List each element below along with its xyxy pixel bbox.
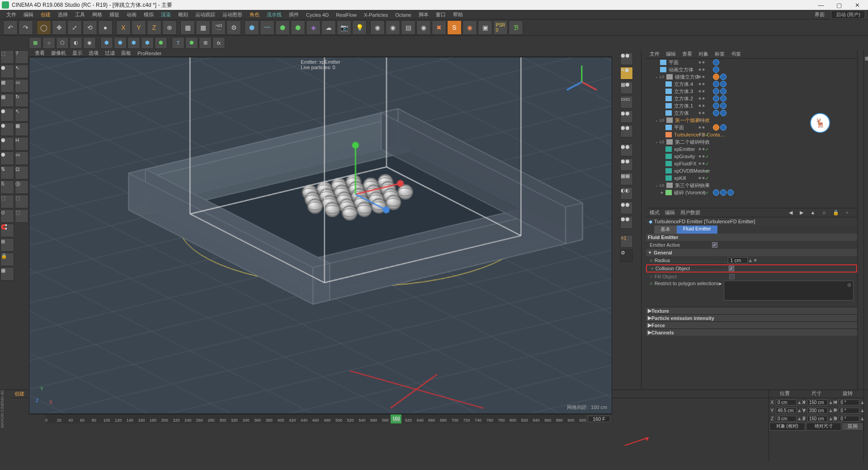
undo-button[interactable]: ↶ <box>3 20 18 35</box>
coord-rot-input[interactable]: 0 ° <box>839 400 859 405</box>
menu-角色[interactable]: 角色 <box>246 11 263 18</box>
menu-捕捉[interactable]: 捕捉 <box>106 11 123 18</box>
vp-menu-过滤[interactable]: 过滤 <box>102 50 118 56</box>
attr-nav-home-icon[interactable]: ⌂ <box>822 210 826 216</box>
coord-apply-button[interactable]: 应用 <box>842 423 863 431</box>
left-tool[interactable]: ▭ <box>15 79 28 93</box>
attr-new-icon[interactable]: ▫ <box>846 210 848 216</box>
left-tool[interactable]: ▦ <box>15 122 28 136</box>
render-view-button[interactable]: ▦ <box>180 20 195 35</box>
hierarchy-toggle-icon[interactable]: - <box>654 183 659 188</box>
menu-编辑[interactable]: 编辑 <box>20 11 37 18</box>
radius-spinner[interactable]: ▲▼ <box>748 258 751 263</box>
attr-nav-fwd-icon[interactable]: ▶ <box>800 210 803 216</box>
visibility-dots[interactable] <box>698 141 705 143</box>
vp-menu-面板[interactable]: 面板 <box>118 50 134 56</box>
tab-basic[interactable]: 基本 <box>654 226 677 234</box>
right-tool[interactable]: ▦⬢ <box>620 81 633 94</box>
panel-scrollbar[interactable] <box>857 50 863 390</box>
attr-nav-up-icon[interactable]: ▲ <box>811 210 816 216</box>
xp-system-button[interactable]: ◉ <box>386 20 400 35</box>
left-tool[interactable]: S <box>0 180 14 194</box>
right-tool[interactable]: ▦▦ <box>620 173 633 185</box>
menu-渲染[interactable]: 渲染 <box>157 11 175 18</box>
visibility-dots[interactable]: ✓ <box>698 161 709 166</box>
hierarchy-row[interactable]: 立方体.1 <box>646 102 857 109</box>
menu-帮助[interactable]: 帮助 <box>449 11 467 18</box>
attr-lock-icon[interactable]: 🔒 <box>833 210 839 216</box>
left-tool[interactable]: ⊞ <box>0 238 14 252</box>
menu-Octane[interactable]: Octane <box>392 12 415 18</box>
right-tool[interactable]: ⬢⬢ <box>620 144 633 156</box>
menu-工具[interactable]: 工具 <box>71 11 89 18</box>
menu-窗口[interactable]: 窗口 <box>432 11 449 18</box>
xpresso-button[interactable]: ⊞ <box>199 37 212 49</box>
last-tool[interactable]: ● <box>98 20 113 35</box>
collision-object-checkbox[interactable]: ✓ <box>729 266 734 271</box>
menu-动画[interactable]: 动画 <box>123 11 140 18</box>
axis-z-button[interactable]: Z <box>147 20 161 35</box>
radius-input[interactable]: 1 cm <box>728 257 748 263</box>
menu-脚本[interactable]: 脚本 <box>415 11 432 18</box>
object-tags[interactable] <box>713 189 734 196</box>
visibility-dots[interactable]: ✓ <box>698 132 709 137</box>
restrict-clear-icon[interactable]: ⊘ <box>847 282 851 288</box>
section-channels[interactable]: ▶Channels <box>646 329 857 336</box>
tab-fluid-emitter[interactable]: Fluid Emitter <box>677 226 717 234</box>
psr-reset-button[interactable]: PSR0 <box>493 20 508 35</box>
hierarchy-toggle-icon[interactable]: - <box>654 139 659 145</box>
render-settings-button[interactable]: ⚙ <box>226 20 241 35</box>
deformer-tool[interactable]: ⬢ <box>185 37 198 49</box>
right-tool[interactable]: ⚙ <box>620 249 633 262</box>
om-menu-文件[interactable]: 文件 <box>650 51 660 57</box>
attr-userdata-menu[interactable]: 用户数据 <box>680 209 700 216</box>
coord-size-input[interactable]: 200 cm <box>807 408 828 414</box>
vp-menu-ProRender[interactable]: ProRender <box>134 51 165 56</box>
hierarchy-row[interactable]: -L0第二个破碎特效 <box>646 138 857 146</box>
fx-button[interactable]: fx <box>212 37 225 49</box>
perspective-viewport[interactable]: 透视视图 Emitter: xpEmitter Live particles: … <box>29 57 612 414</box>
vp-menu-显示[interactable]: 显示 <box>69 50 85 56</box>
left-tool[interactable]: ⬚ <box>15 209 28 223</box>
world-axis-button[interactable]: ⊕ <box>162 20 177 35</box>
mograph-tool-5[interactable]: ◉ <box>83 37 96 49</box>
minimize-button[interactable]: — <box>812 0 830 10</box>
right-tool[interactable]: ⬢⬢ <box>620 110 633 123</box>
visibility-dots[interactable]: ✓ <box>698 190 709 195</box>
vp-menu-摄像机[interactable]: 摄像机 <box>48 50 69 56</box>
coord-size-input[interactable]: 150 cm <box>807 416 828 422</box>
visibility-dots[interactable]: ✓ <box>698 154 709 159</box>
section-general[interactable]: ▼General <box>646 249 857 256</box>
close-button[interactable]: ✕ <box>848 0 866 10</box>
menu-X-Particles[interactable]: X-Particles <box>360 12 392 18</box>
left-tool[interactable]: ▦ <box>0 94 14 107</box>
hierarchy-row[interactable]: +破碎 (Voronoi)✓ <box>646 189 857 196</box>
right-tool[interactable]: ⬢⬢ <box>620 125 633 137</box>
menu-模拟[interactable]: 模拟 <box>140 11 157 18</box>
visibility-dots[interactable] <box>698 112 705 114</box>
object-tags[interactable] <box>713 88 726 94</box>
object-tags[interactable] <box>713 110 726 116</box>
right-tool[interactable]: ◐◐ <box>620 187 633 200</box>
left-tool[interactable]: ⊙ <box>0 209 14 223</box>
visibility-dots[interactable] <box>698 83 705 85</box>
left-tool[interactable]: ⬚ <box>15 195 28 208</box>
menu-选择[interactable]: 选择 <box>54 11 71 18</box>
hierarchy-row[interactable]: 平面 <box>646 124 857 131</box>
vp-menu-选项[interactable]: 选项 <box>85 50 102 56</box>
menu-文件[interactable]: 文件 <box>3 11 20 18</box>
object-tags[interactable] <box>713 81 726 87</box>
menu-插件[interactable]: 插件 <box>285 11 302 18</box>
om-menu-标签[interactable]: 标签 <box>715 51 725 57</box>
coord-pos-input[interactable]: 49.5 cm <box>776 408 797 414</box>
left-tool[interactable]: ⬢ <box>0 65 14 78</box>
right-tool[interactable]: ⬢⬢ <box>620 52 633 65</box>
hierarchy-toggle-icon[interactable]: + <box>660 190 664 195</box>
hierarchy-row[interactable]: xpEmitter✓ <box>646 146 857 153</box>
xp-tag-button[interactable]: ▣ <box>478 20 492 35</box>
restrict-arrow-icon[interactable]: ▸ <box>719 281 722 287</box>
timeline-ruler[interactable]: 160 010203040506070809010011012013014015… <box>29 414 612 423</box>
xp-generator-button[interactable]: ◉ <box>416 20 431 35</box>
hierarchy-row[interactable]: TurbulenceFD Conta…✓ <box>646 131 857 138</box>
maximize-button[interactable]: ▢ <box>830 0 848 10</box>
